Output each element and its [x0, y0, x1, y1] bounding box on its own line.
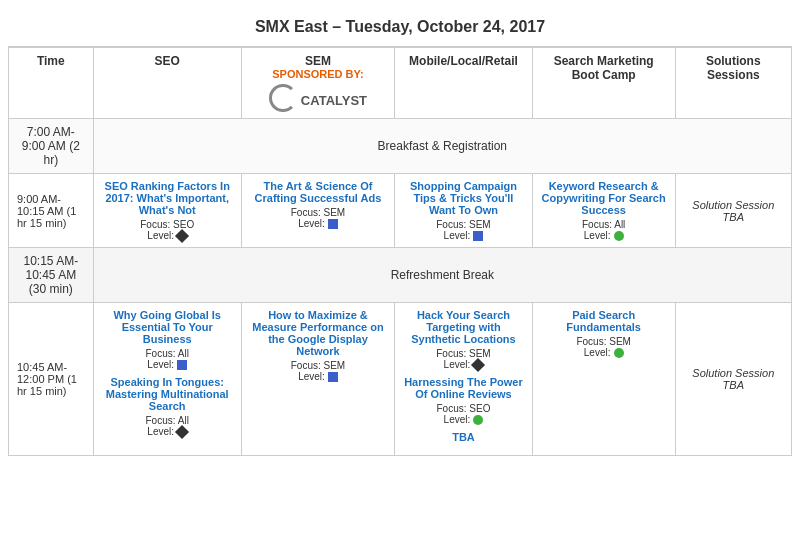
col-header-smbc: Search Marketing Boot Camp: [532, 48, 675, 119]
level-label: Level:: [403, 359, 524, 370]
smbc-title[interactable]: Keyword Research & Copywriting For Searc…: [541, 180, 667, 216]
session-title[interactable]: TBA: [403, 431, 524, 443]
sub-session: Hack Your Search Targeting with Syntheti…: [403, 309, 524, 370]
sponsored-label: SPONSORED BY:: [250, 68, 386, 80]
smbc-cell: Paid Search Fundamentals Focus: SEM Leve…: [532, 303, 675, 456]
square-icon: [328, 219, 338, 229]
col-header-sem: SEM SPONSORED BY: CATALYST: [241, 48, 394, 119]
focus-label: Focus: SEO: [403, 403, 524, 414]
level-label: Level:: [541, 230, 667, 241]
col-header-time: Time: [9, 48, 94, 119]
multi-session-cell: Hack Your Search Targeting with Syntheti…: [395, 303, 533, 456]
diamond-icon: [175, 228, 189, 242]
focus-label: Focus: SEM: [541, 336, 667, 347]
focus-label: Focus: SEM: [250, 360, 386, 371]
multi-session-cell: Why Going Global Is Essential To Your Bu…: [93, 303, 241, 456]
time-cell: 10:15 AM-10:45 AM (30 min): [9, 248, 94, 303]
catalyst-logo-text: CATALYST: [301, 93, 367, 108]
session-title[interactable]: Why Going Global Is Essential To Your Bu…: [102, 309, 233, 345]
square-icon: [177, 360, 187, 370]
solutions-cell: Solution Session TBA: [675, 174, 791, 248]
level-label: Level:: [541, 347, 667, 358]
focus-label: Focus: SEO: [102, 219, 233, 230]
session-cell: SEO Ranking Factors In 2017: What's Impo…: [93, 174, 241, 248]
diamond-icon: [175, 424, 189, 438]
session-title[interactable]: Hack Your Search Targeting with Syntheti…: [403, 309, 524, 345]
circle-icon: [473, 415, 483, 425]
level-label: Level:: [250, 218, 386, 229]
smbc-cell: Keyword Research & Copywriting For Searc…: [532, 174, 675, 248]
session-row: 10:45 AM-12:00 PM (1 hr 15 min) Why Goin…: [9, 303, 792, 456]
level-label: Level:: [250, 371, 386, 382]
focus-label: Focus: All: [102, 348, 233, 359]
session-cell: The Art & Science Of Crafting Successful…: [241, 174, 394, 248]
sem-title: SEM: [250, 54, 386, 68]
catalyst-logo-wrapper: CATALYST: [250, 84, 386, 112]
focus-label: Focus: SEM: [403, 219, 524, 230]
catalyst-c-icon: [269, 84, 297, 112]
break-content: Refreshment Break: [93, 248, 791, 303]
focus-label: Focus: All: [102, 415, 233, 426]
session-title[interactable]: Speaking In Tongues: Mastering Multinati…: [102, 376, 233, 412]
break-row: 10:15 AM-10:45 AM (30 min) Refreshment B…: [9, 248, 792, 303]
table-header-row: Time SEO SEM SPONSORED BY: CATALYST Mobi…: [9, 48, 792, 119]
level-label: Level:: [102, 230, 233, 241]
session-title[interactable]: SEO Ranking Factors In 2017: What's Impo…: [102, 180, 233, 216]
session-title[interactable]: Harnessing The Power Of Online Reviews: [403, 376, 524, 400]
circle-icon: [614, 348, 624, 358]
time-cell: 10:45 AM-12:00 PM (1 hr 15 min): [9, 303, 94, 456]
col-header-seo: SEO: [93, 48, 241, 119]
level-label: Level:: [102, 359, 233, 370]
time-cell: 9:00 AM-10:15 AM (1 hr 15 min): [9, 174, 94, 248]
sub-session: Speaking In Tongues: Mastering Multinati…: [102, 376, 233, 437]
col-header-solutions: Solutions Sessions: [675, 48, 791, 119]
diamond-icon: [471, 357, 485, 371]
focus-label: Focus: All: [541, 219, 667, 230]
page-title: SMX East – Tuesday, October 24, 2017: [8, 8, 792, 47]
sub-session: Why Going Global Is Essential To Your Bu…: [102, 309, 233, 370]
session-row: 9:00 AM-10:15 AM (1 hr 15 min) SEO Ranki…: [9, 174, 792, 248]
smbc-title[interactable]: Paid Search Fundamentals: [541, 309, 667, 333]
time-cell: 7:00 AM-9:00 AM (2 hr): [9, 119, 94, 174]
focus-label: Focus: SEM: [403, 348, 524, 359]
session-cell: How to Maximize & Measure Performance on…: [241, 303, 394, 456]
page-wrapper: SMX East – Tuesday, October 24, 2017 Tim…: [0, 0, 800, 464]
session-title[interactable]: The Art & Science Of Crafting Successful…: [250, 180, 386, 204]
session-title[interactable]: Shopping Campaign Tips & Tricks You'll W…: [403, 180, 524, 216]
level-label: Level:: [102, 426, 233, 437]
circle-icon: [614, 231, 624, 241]
sub-session: Harnessing The Power Of Online Reviews F…: [403, 376, 524, 425]
schedule-table: Time SEO SEM SPONSORED BY: CATALYST Mobi…: [8, 47, 792, 456]
full-row: 7:00 AM-9:00 AM (2 hr) Breakfast & Regis…: [9, 119, 792, 174]
col-header-mobile: Mobile/Local/Retail: [395, 48, 533, 119]
level-label: Level:: [403, 230, 524, 241]
square-icon: [328, 372, 338, 382]
session-title[interactable]: How to Maximize & Measure Performance on…: [250, 309, 386, 357]
focus-label: Focus: SEM: [250, 207, 386, 218]
solutions-cell: Solution Session TBA: [675, 303, 791, 456]
sub-session: TBA: [403, 431, 524, 443]
session-cell: Shopping Campaign Tips & Tricks You'll W…: [395, 174, 533, 248]
full-row-content: Breakfast & Registration: [93, 119, 791, 174]
square-icon: [473, 231, 483, 241]
level-label: Level:: [403, 414, 524, 425]
